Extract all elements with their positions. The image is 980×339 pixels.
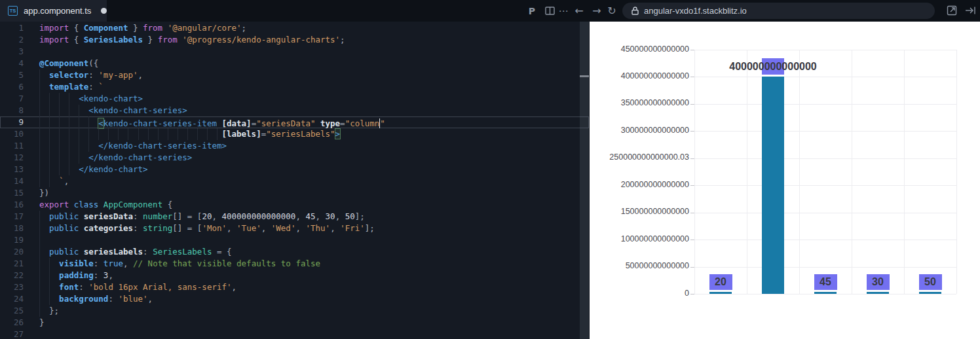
code-line[interactable]: 6 template: ` <box>0 81 589 93</box>
code-line[interactable]: 4@Component({ <box>0 58 589 69</box>
code-line-content[interactable]: </kendo-chart-series-item> <box>39 140 589 152</box>
line-number[interactable]: 15 <box>0 187 24 199</box>
code-line-content[interactable]: padding: 3, <box>39 270 589 281</box>
code-line-content[interactable] <box>39 329 589 339</box>
line-number[interactable]: 17 <box>0 211 24 223</box>
code-line[interactable]: 2import { SeriesLabels } from '@progress… <box>0 34 589 46</box>
code-line-content[interactable]: } <box>39 317 589 329</box>
series-label-value: 30 <box>872 276 884 288</box>
line-number[interactable]: 21 <box>0 258 24 270</box>
code-line-content[interactable]: }) <box>39 187 589 199</box>
code-token: 400000000000000 <box>222 211 296 221</box>
code-line-content[interactable]: @Component({ <box>39 58 589 69</box>
line-number[interactable]: 14 <box>0 175 24 187</box>
line-number[interactable]: 16 <box>0 199 24 211</box>
code-line-content[interactable]: import { Component } from '@angular/core… <box>39 22 589 34</box>
dock-preview-right-icon[interactable] <box>962 0 978 22</box>
reload-preview-icon[interactable]: ↻ <box>604 0 620 22</box>
more-options-icon[interactable]: ⋯ <box>557 0 570 22</box>
code-line-content[interactable]: background: 'blue', <box>39 293 589 305</box>
code-line[interactable]: 12 </kendo-chart-series> <box>0 152 589 164</box>
code-line-content[interactable]: }; <box>39 305 589 317</box>
code-line-content[interactable]: font: 'bold 16px Arial, sans-serif', <box>39 281 589 293</box>
code-line-content[interactable]: <kendo-chart-series-item [data]="seriesD… <box>39 116 589 128</box>
line-number[interactable]: 7 <box>0 93 24 105</box>
code-line-content[interactable] <box>39 46 589 58</box>
code-line-content[interactable]: import { SeriesLabels } from '@progress/… <box>39 34 589 46</box>
line-number[interactable]: 5 <box>0 69 24 81</box>
code-editor[interactable]: 1import { Component } from '@angular/cor… <box>0 22 590 339</box>
code-line-content[interactable] <box>39 234 589 246</box>
code-line[interactable]: 17 public seriesData: number[] = [20, 40… <box>0 211 589 223</box>
line-number[interactable]: 9 <box>0 116 24 128</box>
code-line-content[interactable]: export class AppComponent { <box>39 199 589 211</box>
code-line-content[interactable]: </kendo-chart> <box>39 164 589 175</box>
code-line[interactable]: 25 }; <box>0 305 589 317</box>
code-line[interactable]: 15}) <box>0 187 589 199</box>
code-line[interactable]: 1import { Component } from '@angular/cor… <box>0 22 589 34</box>
line-number[interactable]: 12 <box>0 152 24 164</box>
code-line[interactable]: 7 <kendo-chart> <box>0 93 589 105</box>
editor-scrollbar[interactable] <box>580 22 589 339</box>
code-line[interactable]: 23 font: 'bold 16px Arial, sans-serif', <box>0 281 589 293</box>
line-number[interactable]: 8 <box>0 105 24 116</box>
code-line-content[interactable]: `, <box>39 175 589 187</box>
code-line[interactable]: 27 <box>0 329 589 339</box>
line-number[interactable]: 22 <box>0 270 24 281</box>
line-number[interactable]: 26 <box>0 317 24 329</box>
code-line-content[interactable]: selector: 'my-app', <box>39 69 589 81</box>
code-line-content[interactable]: <kendo-chart-series> <box>39 105 589 116</box>
line-number[interactable]: 23 <box>0 281 24 293</box>
line-number[interactable]: 25 <box>0 305 24 317</box>
code-line[interactable]: 24 background: 'blue', <box>0 293 589 305</box>
code-line[interactable]: 22 padding: 3, <box>0 270 589 281</box>
line-number[interactable]: 20 <box>0 246 24 258</box>
code-line[interactable]: 8 <kendo-chart-series> <box>0 105 589 116</box>
nav-forward-icon[interactable]: → <box>589 0 605 22</box>
tab-app-component-ts[interactable]: TS app.component.ts <box>0 0 107 22</box>
code-line[interactable]: 10 [labels]="seriesLabels"> <box>0 128 589 140</box>
code-line-content[interactable]: public seriesLabels: SeriesLabels = { <box>39 246 589 258</box>
code-token: [] = [ <box>172 223 202 233</box>
line-number[interactable]: 6 <box>0 81 24 93</box>
code-line[interactable]: 21 visible: true, // Note that visible d… <box>0 258 589 270</box>
line-number[interactable]: 13 <box>0 164 24 175</box>
code-line[interactable]: 11 </kendo-chart-series-item> <box>0 140 589 152</box>
code-line-content[interactable]: public categories: string[] = ['Mon', 'T… <box>39 223 589 234</box>
line-number[interactable]: 4 <box>0 58 24 69</box>
line-number[interactable]: 10 <box>0 128 24 140</box>
line-number[interactable]: 24 <box>0 293 24 305</box>
code-line-content[interactable]: <kendo-chart> <box>39 93 589 105</box>
prettier-format-icon[interactable]: P <box>525 0 539 22</box>
line-number[interactable]: 18 <box>0 223 24 234</box>
preview-url-bar[interactable]: angular-vxdo1f.stackblitz.io <box>622 3 935 19</box>
code-line[interactable]: 26} <box>0 317 589 329</box>
code-line[interactable]: 13 </kendo-chart> <box>0 164 589 175</box>
code-token: = <box>340 118 345 128</box>
code-line[interactable]: 19 <box>0 234 589 246</box>
code-line-content[interactable]: template: ` <box>39 81 589 93</box>
code-line-active[interactable]: 9 <kendo-chart-series-item [data]="serie… <box>0 116 589 128</box>
code-token: , <box>295 211 305 221</box>
code-line-content[interactable]: visible: true, // Note that visible defa… <box>39 258 589 270</box>
line-number[interactable]: 3 <box>0 46 24 58</box>
code-line[interactable]: 5 selector: 'my-app', <box>0 69 589 81</box>
split-editor-icon[interactable] <box>542 0 557 22</box>
code-line-content[interactable]: [labels]="seriesLabels"> <box>39 128 589 140</box>
code-line[interactable]: 18 public categories: string[] = ['Mon',… <box>0 223 589 234</box>
nav-back-icon[interactable]: ← <box>571 0 587 22</box>
line-number[interactable]: 19 <box>0 234 24 246</box>
code-line[interactable]: 20 public seriesLabels: SeriesLabels = { <box>0 246 589 258</box>
y-axis-label: 300000000000000 <box>590 126 689 135</box>
line-number[interactable]: 1 <box>0 22 24 34</box>
line-number[interactable]: 27 <box>0 329 24 339</box>
modified-indicator-dot <box>101 8 107 14</box>
code-line[interactable]: 16export class AppComponent { <box>0 199 589 211</box>
line-number[interactable]: 11 <box>0 140 24 152</box>
open-in-new-window-icon[interactable] <box>944 0 960 22</box>
code-line-content[interactable]: public seriesData: number[] = [20, 40000… <box>39 211 589 223</box>
code-line-content[interactable]: </kendo-chart-series> <box>39 152 589 164</box>
code-line[interactable]: 14 `, <box>0 175 589 187</box>
code-line[interactable]: 3 <box>0 46 589 58</box>
line-number[interactable]: 2 <box>0 34 24 46</box>
